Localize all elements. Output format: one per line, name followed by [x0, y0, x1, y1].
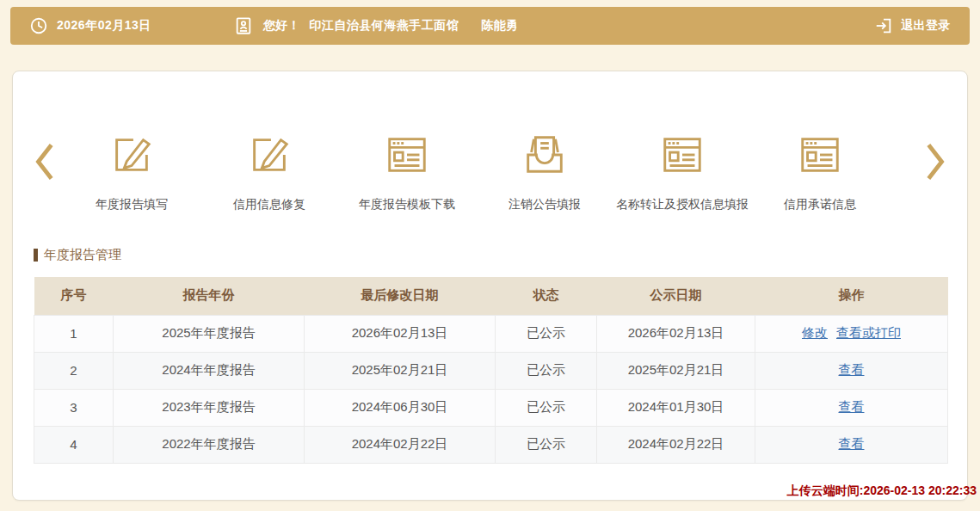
feature-label: 年度报告模板下载 [359, 197, 455, 212]
table-row: 4 2022年年度报告 2024年02月22日 已公示 2024年02月22日 … [34, 426, 948, 463]
cell-no: 4 [34, 426, 114, 463]
view-link[interactable]: 查看 [839, 399, 865, 414]
feature-carousel: 年度报告填写 信用信息修复 年度报告模板下载 [13, 132, 967, 212]
user-name: 陈能勇 [481, 18, 519, 34]
cell-modified: 2025年02月21日 [305, 352, 496, 389]
cell-modified: 2024年02月22日 [305, 426, 496, 463]
top-bar: 2026年02月13日 您好！ 印江自治县何海燕手工面馆 陈能勇 退出登录 [10, 7, 970, 45]
feature-name-transfer[interactable]: 名称转让及授权信息填报 [613, 132, 751, 212]
cell-status: 已公示 [496, 315, 597, 352]
cell-actions: 查看 [755, 352, 948, 389]
table-row: 2 2024年年度报告 2025年02月21日 已公示 2025年02月21日 … [34, 352, 948, 389]
greeting-text: 您好！ [263, 18, 301, 34]
cell-year: 2024年年度报告 [114, 352, 305, 389]
feature-credit-repair[interactable]: 信用信息修复 [200, 132, 338, 212]
upload-timestamp: 上传云端时间:2026-02-13 20:22:33 [787, 483, 977, 499]
table-header-row: 序号 报告年份 最后修改日期 状态 公示日期 操作 [34, 277, 948, 315]
edit-icon [108, 132, 155, 178]
logout-icon [874, 16, 893, 35]
cell-year: 2025年年度报告 [114, 315, 305, 352]
cell-actions: 修改查看或打印 [755, 315, 948, 352]
main-card: 年度报告填写 信用信息修复 年度报告模板下载 [12, 71, 968, 501]
table-row: 1 2025年年度报告 2026年02月13日 已公示 2026年02月13日 … [34, 315, 948, 352]
form-icon [797, 132, 843, 178]
table-row: 3 2023年年度报告 2024年06月30日 已公示 2024年01月30日 … [34, 389, 948, 426]
feature-label: 年度报告填写 [96, 197, 168, 212]
col-header-modified: 最后修改日期 [305, 277, 496, 315]
section-title-text: 年度报告管理 [44, 247, 121, 263]
cell-actions: 查看 [755, 389, 948, 426]
feature-label: 信用承诺信息 [784, 197, 856, 212]
title-bullet-icon [34, 249, 38, 262]
logout-button[interactable]: 退出登录 [874, 16, 951, 35]
cell-publish: 2026年02月13日 [597, 315, 755, 352]
col-header-actions: 操作 [755, 277, 948, 315]
feature-label: 注销公告填报 [508, 197, 581, 212]
col-header-no: 序号 [34, 277, 114, 315]
cell-no: 3 [34, 389, 114, 426]
col-header-publish: 公示日期 [597, 277, 755, 315]
cell-status: 已公示 [496, 426, 597, 463]
edit-icon [246, 132, 293, 178]
cell-year: 2023年年度报告 [114, 389, 305, 426]
cell-publish: 2024年02月22日 [597, 426, 755, 463]
feature-label: 信用信息修复 [233, 197, 305, 212]
cell-publish: 2025年02月21日 [597, 352, 755, 389]
feature-credit-commitment[interactable]: 信用承诺信息 [751, 132, 889, 212]
cell-modified: 2026年02月13日 [305, 315, 496, 352]
form-icon [659, 132, 706, 178]
inbox-icon [521, 132, 568, 178]
cell-no: 2 [34, 352, 114, 389]
modify-link[interactable]: 修改 [802, 325, 828, 340]
form-icon [384, 132, 430, 178]
col-header-year: 报告年份 [114, 277, 305, 315]
view-link[interactable]: 查看 [839, 436, 865, 451]
current-date: 2026年02月13日 [57, 18, 151, 34]
date-group: 2026年02月13日 [29, 16, 151, 35]
carousel-prev-button[interactable] [25, 137, 63, 187]
id-card-icon [234, 16, 253, 35]
cell-no: 1 [34, 315, 114, 352]
feature-label: 名称转让及授权信息填报 [616, 197, 749, 212]
view-link[interactable]: 查看 [839, 362, 865, 377]
logout-label: 退出登录 [901, 18, 951, 34]
view-or-print-link[interactable]: 查看或打印 [836, 325, 901, 340]
section-title: 年度报告管理 [34, 247, 967, 263]
cell-actions: 查看 [755, 426, 948, 463]
user-group: 您好！ 印江自治县何海燕手工面馆 陈能勇 [234, 16, 519, 35]
feature-template-download[interactable]: 年度报告模板下载 [338, 132, 476, 212]
cell-modified: 2024年06月30日 [305, 389, 496, 426]
feature-annual-report-fill[interactable]: 年度报告填写 [63, 132, 200, 212]
cell-year: 2022年年度报告 [114, 426, 305, 463]
chevron-right-icon [925, 140, 947, 183]
annual-report-table: 序号 报告年份 最后修改日期 状态 公示日期 操作 1 2025年年度报告 20… [34, 277, 948, 464]
carousel-next-button[interactable] [917, 137, 955, 187]
cell-status: 已公示 [496, 389, 597, 426]
clock-icon [29, 16, 48, 35]
chevron-left-icon [33, 140, 55, 183]
cell-publish: 2024年01月30日 [597, 389, 755, 426]
company-name: 印江自治县何海燕手工面馆 [309, 18, 459, 34]
cell-status: 已公示 [496, 352, 597, 389]
feature-cancellation-notice[interactable]: 注销公告填报 [476, 132, 613, 212]
col-header-status: 状态 [496, 277, 597, 315]
